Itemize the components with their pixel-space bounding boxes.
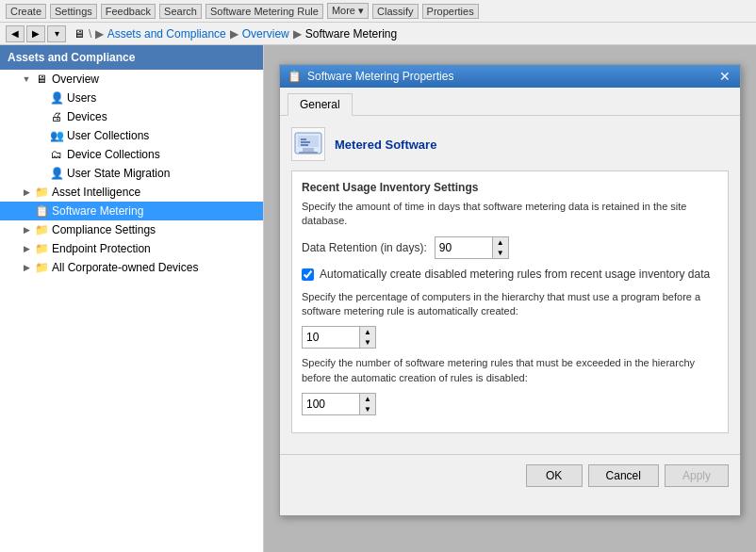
toolbar-classify[interactable]: Classify [372, 4, 419, 19]
expander-corporate-devices: ▶ [19, 260, 34, 275]
corporate-devices-icon: 📁 [34, 260, 49, 275]
percentage-input[interactable] [303, 327, 359, 348]
sidebar-label-corporate-devices: All Corporate-owned Devices [52, 261, 198, 274]
data-retention-label: Data Retention (in days): [302, 241, 427, 254]
sidebar-item-endpoint-protection[interactable]: ▶ 📁 Endpoint Protection [0, 239, 263, 258]
toolbar-feedback[interactable]: Feedback [101, 4, 156, 19]
tab-general[interactable]: General [288, 93, 353, 116]
expander-users [34, 90, 49, 106]
modal-tabs: General [280, 88, 740, 116]
nav-back-btn[interactable]: ◀ [6, 25, 25, 42]
modal-body: Metered Software Recent Usage Inventory … [280, 116, 740, 454]
breadcrumb-overview[interactable]: Overview [242, 27, 289, 41]
toolbar-search[interactable]: Search [159, 4, 202, 19]
modal-footer: OK Cancel Apply [280, 454, 740, 496]
sidebar-item-corporate-devices[interactable]: ▶ 📁 All Corporate-owned Devices [0, 258, 263, 277]
data-retention-input[interactable] [436, 237, 492, 258]
breadcrumb-current: Software Metering [305, 27, 397, 41]
overview-icon: 🖥 [34, 72, 49, 87]
expander-device-collections [34, 147, 49, 162]
sidebar-label-endpoint-protection: Endpoint Protection [52, 242, 151, 255]
main-layout: Assets and Compliance ▼ 🖥 Overview 👤 Use… [0, 45, 756, 552]
expander-endpoint-protection: ▶ [19, 241, 34, 256]
rules-count-input[interactable] [303, 394, 359, 414]
rules-count-spinner-btns: ▲ ▼ [359, 394, 375, 414]
data-retention-row: Data Retention (in days): ▲ ▼ [302, 236, 718, 259]
nav-dropdown-btn[interactable]: ▾ [47, 25, 66, 42]
metered-software-icon [291, 127, 325, 161]
data-retention-spinner-btns: ▲ ▼ [492, 237, 508, 258]
content-area: 📋 Software Metering Properties ✕ General [264, 45, 756, 552]
compliance-icon: 📁 [34, 222, 49, 237]
sidebar-item-user-state-migration[interactable]: 👤 User State Migration [0, 164, 263, 183]
ok-button[interactable]: OK [526, 464, 583, 487]
sidebar-label-software-metering: Software Metering [52, 204, 143, 218]
data-retention-decrement[interactable]: ▼ [493, 248, 508, 258]
expander-devices [34, 109, 49, 124]
sidebar-item-users[interactable]: 👤 Users [0, 89, 263, 107]
section-title: Metered Software [335, 138, 436, 152]
sidebar-item-device-collections[interactable]: 🗂 Device Collections [0, 145, 263, 164]
section-box-title: Recent Usage Inventory Settings [302, 181, 718, 194]
expander-asset-intelligence: ▶ [19, 185, 34, 200]
modal-dialog: 📋 Software Metering Properties ✕ General [279, 64, 741, 516]
software-metering-icon: 📋 [34, 203, 49, 219]
sidebar-label-overview: Overview [52, 73, 99, 86]
sidebar-label-users: Users [67, 91, 96, 105]
breadcrumb-assets[interactable]: Assets and Compliance [107, 27, 226, 41]
sidebar-item-compliance-settings[interactable]: ▶ 📁 Compliance Settings [0, 220, 263, 239]
rules-count-spinner[interactable]: ▲ ▼ [302, 393, 376, 415]
sidebar-label-user-state-migration: User State Migration [67, 167, 170, 180]
user-collections-icon: 👥 [49, 128, 64, 143]
sidebar-item-asset-intelligence[interactable]: ▶ 📁 Asset Intelligence [0, 183, 263, 202]
svg-rect-5 [303, 148, 314, 152]
rules-count-decrement[interactable]: ▼ [360, 404, 375, 414]
desc2: Specify the percentage of computers in t… [302, 290, 718, 319]
section-header-row: Metered Software [291, 127, 729, 161]
nav-forward-btn[interactable]: ▶ [26, 25, 45, 42]
user-state-icon: 👤 [49, 166, 64, 181]
toolbar-software-metering-rule[interactable]: Software Metering Rule [205, 4, 323, 19]
section-box: Recent Usage Inventory Settings Specify … [291, 170, 729, 433]
asset-intelligence-icon: 📁 [34, 185, 49, 200]
data-retention-increment[interactable]: ▲ [493, 237, 508, 248]
toolbar-properties[interactable]: Properties [422, 4, 479, 19]
percentage-spinner-btns: ▲ ▼ [359, 327, 375, 348]
modal-close-button[interactable]: ✕ [717, 70, 732, 83]
sidebar-item-devices[interactable]: 🖨 Devices [0, 107, 263, 126]
sidebar-item-overview[interactable]: ▼ 🖥 Overview [0, 70, 263, 89]
modal-title-text: Software Metering Properties [307, 70, 453, 83]
cancel-button[interactable]: Cancel [588, 464, 659, 487]
percentage-spinner[interactable]: ▲ ▼ [302, 326, 376, 349]
data-retention-spinner[interactable]: ▲ ▼ [435, 236, 509, 259]
expander-overview: ▼ [19, 72, 34, 87]
toolbar-settings[interactable]: Settings [50, 4, 97, 19]
endpoint-icon: 📁 [34, 241, 49, 256]
toolbar-more[interactable]: More ▾ [327, 3, 369, 19]
percentage-increment[interactable]: ▲ [360, 327, 375, 337]
expander-user-state-migration [34, 166, 49, 181]
rules-count-increment[interactable]: ▲ [360, 394, 375, 404]
sidebar-item-software-metering[interactable]: 📋 Software Metering [0, 202, 263, 220]
toolbar-create[interactable]: Create [6, 4, 46, 19]
sidebar-label-devices: Devices [67, 110, 107, 123]
sidebar-label-user-collections: User Collections [67, 129, 149, 142]
breadcrumb-sep-2: ▶ [230, 27, 238, 41]
breadcrumb-sep-3: ▶ [293, 27, 302, 41]
sidebar-label-device-collections: Device Collections [67, 148, 160, 161]
breadcrumb-icon: 🖥 [74, 27, 85, 41]
auto-create-label[interactable]: Automatically create disabled metering r… [320, 267, 710, 283]
sidebar-header: Assets and Compliance [0, 45, 263, 70]
apply-button[interactable]: Apply [665, 464, 729, 487]
breadcrumb-bar: ◀ ▶ ▾ 🖥 \ ▶ Assets and Compliance ▶ Over… [0, 23, 756, 45]
auto-create-checkbox[interactable] [302, 268, 314, 281]
device-collections-icon: 🗂 [49, 147, 64, 162]
percentage-decrement[interactable]: ▼ [360, 337, 375, 348]
modal-titlebar: 📋 Software Metering Properties ✕ [280, 65, 740, 88]
sidebar: Assets and Compliance ▼ 🖥 Overview 👤 Use… [0, 45, 264, 552]
desc3: Specify the number of software metering … [302, 356, 718, 385]
expander-software-metering [19, 203, 34, 219]
sidebar-label-asset-intelligence: Asset Intelligence [52, 186, 140, 199]
sidebar-item-user-collections[interactable]: 👥 User Collections [0, 126, 263, 145]
sidebar-label-compliance-settings: Compliance Settings [52, 223, 156, 236]
